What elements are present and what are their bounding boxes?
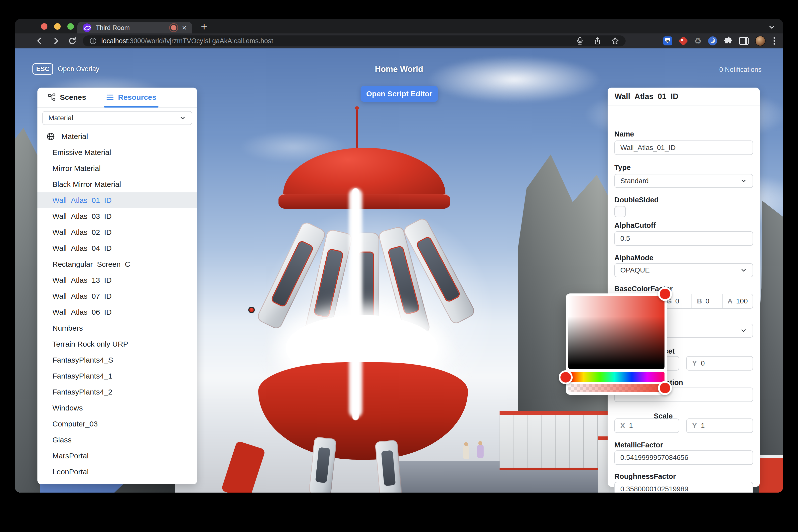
offset-y-input[interactable]: Y0 — [686, 356, 753, 370]
reload-button[interactable] — [68, 36, 77, 45]
extension-area: ♻ — [663, 36, 777, 46]
third-room-favicon-icon — [83, 23, 91, 32]
resource-list-icon — [106, 93, 114, 101]
list-item[interactable]: Windows — [37, 400, 197, 416]
list-item[interactable]: LeonPortal — [37, 464, 197, 480]
scene-ring-body — [258, 362, 468, 460]
microphone-icon[interactable] — [576, 37, 584, 45]
recording-indicator-icon — [170, 24, 177, 32]
tab-resources-label: Resources — [118, 93, 156, 101]
list-item[interactable]: MarsPortal — [37, 448, 197, 464]
close-window-button[interactable] — [41, 23, 48, 30]
list-item[interactable]: Glass — [37, 432, 197, 448]
list-item[interactable]: FantasyPlants4_S — [37, 352, 197, 368]
list-item-label: Windows — [52, 404, 83, 412]
profile-avatar[interactable] — [755, 36, 765, 46]
alpha-handle[interactable] — [658, 381, 672, 395]
alpha-mode-select[interactable]: OPAQUE — [614, 263, 753, 277]
alpha-cutoff-label: AlphaCutoff — [614, 221, 656, 230]
chevron-down-icon[interactable] — [767, 23, 776, 32]
chevron-down-icon — [740, 327, 747, 334]
chevron-down-icon — [740, 267, 747, 274]
site-info-icon[interactable] — [89, 37, 97, 45]
list-item[interactable]: Emissive Material — [37, 145, 197, 160]
list-item[interactable]: Wall_Atlas_06_ID — [37, 304, 197, 320]
list-item-label: Wall_Atlas_02_ID — [52, 228, 112, 236]
browser-tab[interactable]: Third Room × — [77, 22, 192, 34]
alpha-slider[interactable] — [568, 384, 665, 392]
resource-type-select[interactable]: Material — [42, 111, 192, 125]
recycle-extension-icon[interactable]: ♻ — [694, 37, 702, 45]
resources-panel: Scenes Resources Material Mat — [37, 88, 197, 484]
hue-slider[interactable] — [568, 372, 665, 382]
list-item[interactable]: Terrain Rock only URP — [37, 336, 197, 352]
list-item[interactable]: Numbers — [37, 320, 197, 336]
close-tab-icon[interactable]: × — [182, 24, 187, 32]
metallic-factor-input[interactable]: 0.5419999957084656 — [614, 451, 753, 465]
url-text: localhost:3000/world/!vjrzmTVOcyIsLgaAkA… — [101, 37, 273, 45]
moon-extension-icon[interactable] — [708, 36, 717, 45]
list-item[interactable]: FantasyPlants4_1 — [37, 368, 197, 384]
url-path: :3000/world/!vjrzmTVOcyIsLgaAkA:call.ems… — [128, 37, 273, 45]
rgba-a[interactable]: A100 — [722, 294, 753, 308]
name-input[interactable]: Wall_Atlas_01_ID — [614, 140, 753, 155]
browser-window: Third Room × + localhost:3000/world/!vjr… — [15, 19, 783, 493]
list-item-label: MarsPortal — [52, 452, 89, 460]
list-item-label: Wall_Atlas_07_ID — [52, 292, 112, 300]
hue-handle[interactable] — [559, 370, 573, 384]
type-label: Type — [614, 164, 631, 172]
list-item-label: Emissive Material — [52, 148, 111, 157]
list-item[interactable]: Wall_Atlas_03_ID — [37, 208, 197, 224]
resource-type-value: Material — [49, 114, 73, 122]
panel-tabs: Scenes Resources — [37, 88, 197, 108]
zoom-window-button[interactable] — [68, 23, 74, 30]
forward-button[interactable] — [52, 36, 60, 45]
password-manager-extension-icon[interactable] — [663, 36, 672, 45]
notifications-counter[interactable]: 0 Notifications — [719, 66, 762, 74]
alpha-cutoff-input[interactable]: 0.5 — [614, 231, 753, 246]
tab-resources[interactable]: Resources — [106, 88, 156, 107]
list-item-label: LeonPortal — [52, 468, 89, 476]
tab-scenes[interactable]: Scenes — [48, 88, 86, 107]
bookmark-star-icon[interactable] — [611, 37, 619, 45]
list-item[interactable]: Black Mirror Material — [37, 176, 197, 192]
list-item-label: WebXRPortal — [52, 483, 98, 484]
type-select[interactable]: Standard — [614, 174, 753, 188]
list-item-label: Black Mirror Material — [52, 180, 121, 189]
scale-x-input[interactable]: X1 — [614, 418, 679, 433]
list-item[interactable]: Rectangular_Screen_C — [37, 256, 197, 272]
list-item[interactable]: Wall_Atlas_01_ID — [37, 192, 197, 208]
back-button[interactable] — [35, 36, 44, 45]
minimize-window-button[interactable] — [54, 23, 61, 30]
list-item[interactable]: WebXRPortal — [37, 480, 197, 484]
list-item[interactable]: Mirror Material — [37, 160, 197, 176]
scene-tower-antenna — [356, 109, 358, 150]
scene-cloud — [427, 56, 601, 103]
rgba-b[interactable]: B0 — [691, 294, 722, 308]
browser-menu-icon[interactable] — [772, 37, 777, 45]
list-item[interactable]: Wall_Atlas_07_ID — [37, 288, 197, 304]
list-item-label: FantasyPlants4_2 — [52, 388, 112, 396]
list-item[interactable]: Wall_Atlas_02_ID — [37, 224, 197, 240]
open-script-editor-button[interactable]: Open Script Editor — [361, 86, 438, 102]
extensions-puzzle-icon[interactable] — [724, 36, 733, 45]
url-bar[interactable]: localhost:3000/world/!vjrzmTVOcyIsLgaAkA… — [83, 35, 626, 46]
new-tab-button[interactable]: + — [201, 20, 207, 33]
saturation-value-area[interactable] — [568, 296, 665, 369]
traffic-lights — [41, 23, 74, 30]
list-item[interactable]: Computer_03 — [37, 416, 197, 432]
list-item[interactable]: Wall_Atlas_04_ID — [37, 240, 197, 256]
side-panel-icon[interactable] — [739, 37, 748, 45]
list-item-label: Wall_Atlas_06_ID — [52, 308, 112, 317]
scale-y-input[interactable]: Y1 — [686, 418, 753, 433]
red-diamond-extension-icon[interactable] — [678, 36, 688, 46]
roughness-factor-label: RoughnessFactor — [614, 472, 676, 480]
roughness-factor-input[interactable]: 0.3580000102519989 — [614, 482, 753, 493]
list-item[interactable]: FantasyPlants4_2 — [37, 384, 197, 400]
saturation-handle[interactable] — [658, 287, 672, 301]
material-root-item[interactable]: Material — [37, 129, 197, 145]
share-icon[interactable] — [594, 37, 601, 45]
double-sided-checkbox[interactable] — [614, 206, 626, 217]
3d-viewport[interactable]: ESC Open Overlay Home World 0 Notificati… — [15, 49, 783, 493]
list-item[interactable]: Wall_Atlas_13_ID — [37, 272, 197, 288]
